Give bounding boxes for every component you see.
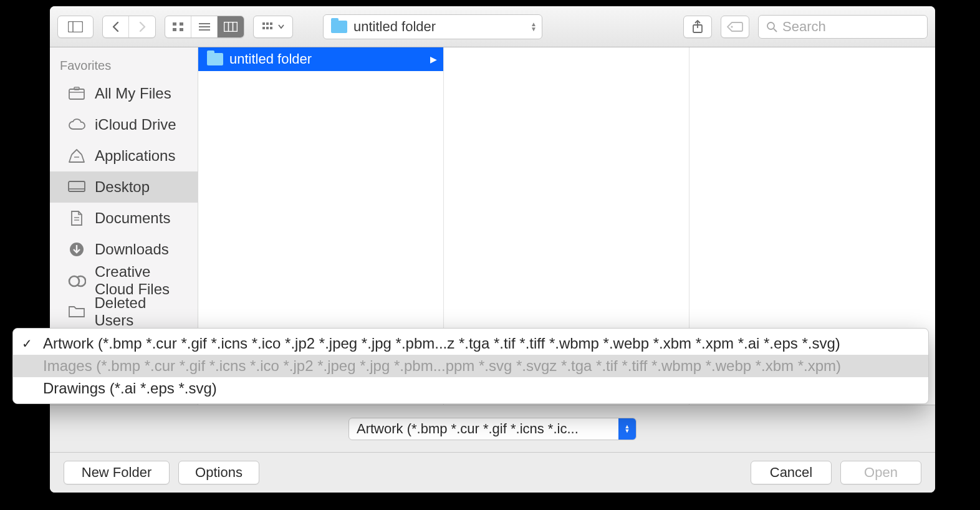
- sidebar-item-desktop[interactable]: Desktop: [50, 171, 198, 203]
- svg-rect-13: [266, 22, 269, 25]
- forward-button[interactable]: [129, 16, 155, 37]
- sidebar-item-label: Documents: [95, 209, 170, 227]
- svg-rect-27: [69, 181, 85, 191]
- svg-line-22: [774, 29, 777, 32]
- icon-view-button[interactable]: [165, 16, 191, 37]
- svg-rect-9: [224, 22, 238, 31]
- search-input[interactable]: Search: [758, 15, 928, 39]
- check-icon: ✓: [22, 336, 32, 351]
- sidebar-item-applications[interactable]: Applications: [50, 140, 198, 171]
- popup-item-label: Artwork (*.bmp *.cur *.gif *.icns *.ico …: [43, 335, 840, 352]
- svg-rect-25: [74, 87, 79, 90]
- folder-icon: [331, 21, 347, 33]
- creative-cloud-icon: [67, 272, 86, 289]
- open-dialog: untitled folder ▲▼ Search Favorites All …: [50, 6, 935, 493]
- svg-rect-5: [180, 28, 183, 31]
- path-dropdown[interactable]: untitled folder ▲▼: [323, 14, 542, 39]
- column-view-button[interactable]: [218, 16, 244, 37]
- tags-button[interactable]: [721, 16, 749, 38]
- sidebar-item-label: Applications: [95, 147, 175, 165]
- file-type-bar: Artwork (*.bmp *.cur *.gif *.icns *.ic..…: [50, 405, 935, 453]
- svg-rect-0: [69, 21, 83, 32]
- sidebar-item-label: Creative Cloud Files: [95, 263, 188, 298]
- list-view-button[interactable]: [191, 16, 218, 37]
- options-button[interactable]: Options: [178, 461, 259, 484]
- sidebar-item-documents[interactable]: Documents: [50, 203, 198, 234]
- svg-rect-14: [270, 22, 272, 25]
- downloads-icon: [67, 241, 86, 257]
- chevron-down-icon: [278, 24, 284, 29]
- cloud-icon: [67, 117, 86, 133]
- popup-item-images[interactable]: Images (*.bmp *.cur *.gif *.icns *.ico *…: [13, 355, 928, 377]
- sidebar-header: Favorites: [50, 55, 198, 78]
- sidebar-item-label: All My Files: [95, 85, 171, 102]
- svg-rect-4: [173, 28, 176, 31]
- sidebar-item-label: Downloads: [95, 241, 169, 258]
- sidebar-item-icloud[interactable]: iCloud Drive: [50, 109, 198, 140]
- arrange-button[interactable]: [253, 16, 293, 38]
- path-label: untitled folder: [353, 19, 436, 35]
- svg-point-20: [731, 26, 733, 27]
- all-my-files-icon: [67, 85, 86, 102]
- popup-item-label: Images (*.bmp *.cur *.gif *.icns *.ico *…: [43, 357, 841, 374]
- toolbar: untitled folder ▲▼ Search: [50, 6, 935, 47]
- view-group: [165, 16, 244, 38]
- nav-group: [102, 16, 156, 38]
- stepper-icon: ▲▼: [531, 22, 537, 32]
- sidebar-item-label: Deleted Users: [95, 294, 188, 329]
- documents-icon: [67, 210, 86, 226]
- sidebar-item-label: iCloud Drive: [95, 116, 176, 133]
- svg-rect-3: [180, 22, 183, 26]
- applications-icon: [67, 148, 86, 164]
- dialog-footer: New Folder Options Cancel Open: [50, 453, 935, 493]
- list-item-label: untitled folder: [229, 51, 312, 67]
- sidebar-item-all-my-files[interactable]: All My Files: [50, 78, 198, 109]
- chevron-right-icon: ▶: [430, 54, 437, 64]
- svg-rect-16: [266, 27, 269, 29]
- folder-icon: [207, 53, 223, 65]
- list-item[interactable]: untitled folder ▶: [198, 47, 443, 71]
- svg-rect-12: [262, 22, 265, 25]
- svg-rect-2: [173, 22, 176, 26]
- open-button[interactable]: Open: [840, 461, 921, 484]
- svg-point-21: [767, 22, 774, 29]
- popup-item-label: Drawings (*.ai *.eps *.svg): [43, 380, 217, 397]
- sidebar-item-deleted-users[interactable]: Deleted Users: [50, 296, 198, 327]
- sidebar-toggle-button[interactable]: [57, 16, 94, 38]
- popup-item-drawings[interactable]: Drawings (*.ai *.eps *.svg): [13, 377, 928, 400]
- stepper-icon: ▲▼: [618, 418, 636, 440]
- cancel-button[interactable]: Cancel: [751, 461, 832, 484]
- svg-rect-15: [262, 27, 265, 29]
- sidebar-item-creative-cloud[interactable]: Creative Cloud Files: [50, 265, 198, 296]
- file-type-label: Artwork (*.bmp *.cur *.gif *.icns *.ic..…: [357, 421, 612, 437]
- back-button[interactable]: [103, 16, 129, 37]
- share-button[interactable]: [683, 16, 712, 38]
- file-type-popup[interactable]: ✓ Artwork (*.bmp *.cur *.gif *.icns *.ic…: [12, 328, 929, 404]
- new-folder-button[interactable]: New Folder: [64, 461, 170, 484]
- sidebar-item-downloads[interactable]: Downloads: [50, 234, 198, 265]
- desktop-icon: [67, 179, 86, 195]
- folder-icon: [67, 304, 86, 320]
- svg-rect-23: [69, 89, 84, 99]
- sidebar-item-label: Desktop: [95, 178, 150, 196]
- search-placeholder: Search: [782, 19, 826, 35]
- popup-item-artwork[interactable]: ✓ Artwork (*.bmp *.cur *.gif *.icns *.ic…: [13, 332, 928, 355]
- search-icon: [766, 21, 777, 32]
- file-type-dropdown[interactable]: Artwork (*.bmp *.cur *.gif *.icns *.ic..…: [348, 418, 637, 440]
- svg-rect-17: [270, 27, 272, 29]
